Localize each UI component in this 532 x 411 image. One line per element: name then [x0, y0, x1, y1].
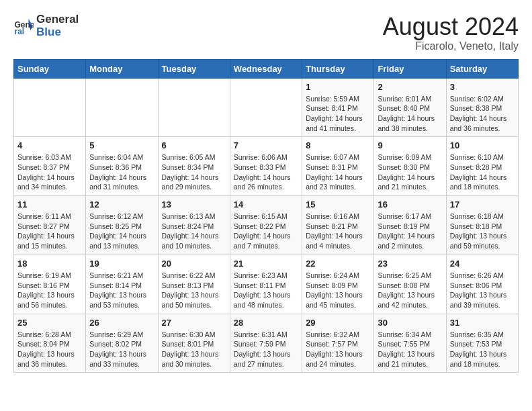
day-number: 7	[234, 140, 298, 150]
day-cell: 24Sunrise: 6:26 AMSunset: 8:06 PMDayligh…	[446, 255, 518, 314]
day-info: Sunrise: 6:19 AMSunset: 8:16 PMDaylight:…	[17, 271, 82, 310]
week-row-2: 4Sunrise: 6:03 AMSunset: 8:37 PMDaylight…	[14, 137, 519, 196]
day-info: Sunrise: 6:29 AMSunset: 8:02 PMDaylight:…	[89, 330, 154, 369]
day-cell: 17Sunrise: 6:18 AMSunset: 8:18 PMDayligh…	[446, 196, 518, 255]
header-tuesday: Tuesday	[158, 59, 230, 78]
day-number: 21	[234, 259, 298, 269]
day-cell: 20Sunrise: 6:22 AMSunset: 8:13 PMDayligh…	[158, 255, 230, 314]
day-info: Sunrise: 6:31 AMSunset: 7:59 PMDaylight:…	[234, 330, 298, 369]
day-cell: 28Sunrise: 6:31 AMSunset: 7:59 PMDayligh…	[230, 314, 302, 373]
day-info: Sunrise: 6:02 AMSunset: 8:38 PMDaylight:…	[450, 94, 515, 134]
day-cell: 10Sunrise: 6:10 AMSunset: 8:28 PMDayligh…	[446, 137, 518, 196]
day-cell: 23Sunrise: 6:25 AMSunset: 8:08 PMDayligh…	[374, 255, 446, 314]
day-cell: 7Sunrise: 6:06 AMSunset: 8:33 PMDaylight…	[230, 137, 302, 196]
day-info: Sunrise: 6:17 AMSunset: 8:19 PMDaylight:…	[378, 212, 442, 251]
calendar-table: SundayMondayTuesdayWednesdayThursdayFrid…	[13, 59, 519, 373]
logo-line1: General	[36, 13, 79, 26]
day-cell: 31Sunrise: 6:35 AMSunset: 7:53 PMDayligh…	[446, 314, 518, 373]
day-number: 29	[306, 318, 370, 328]
day-number: 25	[17, 318, 82, 328]
calendar-title: August 2024	[383, 13, 519, 40]
header-monday: Monday	[86, 59, 158, 78]
day-number: 16	[378, 199, 442, 210]
day-info: Sunrise: 6:15 AMSunset: 8:22 PMDaylight:…	[234, 212, 298, 251]
day-number: 17	[450, 199, 515, 210]
day-cell	[230, 78, 302, 137]
calendar-header-row: SundayMondayTuesdayWednesdayThursdayFrid…	[14, 59, 519, 78]
day-info: Sunrise: 6:07 AMSunset: 8:31 PMDaylight:…	[306, 152, 370, 192]
logo: Gene ral General Blue	[13, 13, 79, 38]
day-info: Sunrise: 6:01 AMSunset: 8:40 PMDaylight:…	[378, 94, 442, 134]
day-cell: 12Sunrise: 6:12 AMSunset: 8:25 PMDayligh…	[86, 196, 158, 255]
header-wednesday: Wednesday	[230, 59, 302, 78]
day-info: Sunrise: 6:24 AMSunset: 8:09 PMDaylight:…	[306, 271, 370, 310]
day-cell	[14, 78, 86, 137]
day-cell: 16Sunrise: 6:17 AMSunset: 8:19 PMDayligh…	[374, 196, 446, 255]
day-info: Sunrise: 6:30 AMSunset: 8:01 PMDaylight:…	[162, 330, 226, 369]
week-row-5: 25Sunrise: 6:28 AMSunset: 8:04 PMDayligh…	[14, 314, 519, 373]
day-number: 2	[378, 82, 442, 92]
logo-icon: Gene ral	[13, 16, 34, 36]
day-info: Sunrise: 6:35 AMSunset: 7:53 PMDaylight:…	[450, 330, 515, 369]
day-cell: 1Sunrise: 5:59 AMSunset: 8:41 PMDaylight…	[302, 78, 374, 137]
day-info: Sunrise: 6:16 AMSunset: 8:21 PMDaylight:…	[306, 212, 370, 251]
day-number: 31	[450, 318, 515, 328]
day-info: Sunrise: 5:59 AMSunset: 8:41 PMDaylight:…	[306, 94, 370, 134]
day-info: Sunrise: 6:18 AMSunset: 8:18 PMDaylight:…	[450, 212, 515, 251]
day-info: Sunrise: 6:10 AMSunset: 8:28 PMDaylight:…	[450, 152, 515, 192]
title-block: August 2024 Ficarolo, Veneto, Italy	[383, 13, 519, 52]
day-info: Sunrise: 6:13 AMSunset: 8:24 PMDaylight:…	[162, 212, 226, 251]
day-cell: 5Sunrise: 6:04 AMSunset: 8:36 PMDaylight…	[86, 137, 158, 196]
day-cell: 9Sunrise: 6:09 AMSunset: 8:30 PMDaylight…	[374, 137, 446, 196]
day-number: 23	[378, 259, 442, 269]
day-cell: 2Sunrise: 6:01 AMSunset: 8:40 PMDaylight…	[374, 78, 446, 137]
header-sunday: Sunday	[14, 59, 86, 78]
day-number: 9	[378, 140, 442, 150]
svg-text:ral: ral	[15, 27, 25, 36]
day-info: Sunrise: 6:28 AMSunset: 8:04 PMDaylight:…	[17, 330, 82, 369]
day-cell: 18Sunrise: 6:19 AMSunset: 8:16 PMDayligh…	[14, 255, 86, 314]
day-number: 12	[89, 199, 154, 210]
header-friday: Friday	[374, 59, 446, 78]
day-cell	[158, 78, 230, 137]
day-cell: 22Sunrise: 6:24 AMSunset: 8:09 PMDayligh…	[302, 255, 374, 314]
header-thursday: Thursday	[302, 59, 374, 78]
day-number: 11	[17, 199, 82, 210]
day-cell: 29Sunrise: 6:32 AMSunset: 7:57 PMDayligh…	[302, 314, 374, 373]
day-number: 1	[306, 82, 370, 92]
day-cell: 27Sunrise: 6:30 AMSunset: 8:01 PMDayligh…	[158, 314, 230, 373]
day-info: Sunrise: 6:04 AMSunset: 8:36 PMDaylight:…	[89, 152, 154, 192]
day-cell: 30Sunrise: 6:34 AMSunset: 7:55 PMDayligh…	[374, 314, 446, 373]
day-number: 5	[89, 140, 154, 150]
week-row-1: 1Sunrise: 5:59 AMSunset: 8:41 PMDaylight…	[14, 78, 519, 137]
day-info: Sunrise: 6:06 AMSunset: 8:33 PMDaylight:…	[234, 152, 298, 192]
header-saturday: Saturday	[446, 59, 518, 78]
logo-line2: Blue	[36, 26, 79, 39]
day-cell: 26Sunrise: 6:29 AMSunset: 8:02 PMDayligh…	[86, 314, 158, 373]
day-cell: 21Sunrise: 6:23 AMSunset: 8:11 PMDayligh…	[230, 255, 302, 314]
calendar-subtitle: Ficarolo, Veneto, Italy	[383, 40, 519, 52]
day-info: Sunrise: 6:11 AMSunset: 8:27 PMDaylight:…	[17, 212, 82, 251]
day-info: Sunrise: 6:25 AMSunset: 8:08 PMDaylight:…	[378, 271, 442, 310]
day-number: 3	[450, 82, 515, 92]
day-number: 8	[306, 140, 370, 150]
day-cell: 14Sunrise: 6:15 AMSunset: 8:22 PMDayligh…	[230, 196, 302, 255]
day-info: Sunrise: 6:09 AMSunset: 8:30 PMDaylight:…	[378, 152, 442, 192]
day-info: Sunrise: 6:23 AMSunset: 8:11 PMDaylight:…	[234, 271, 298, 310]
day-number: 27	[162, 318, 226, 328]
day-number: 18	[17, 259, 82, 269]
week-row-4: 18Sunrise: 6:19 AMSunset: 8:16 PMDayligh…	[14, 255, 519, 314]
page-header: Gene ral General Blue August 2024 Ficaro…	[13, 13, 519, 52]
day-cell: 4Sunrise: 6:03 AMSunset: 8:37 PMDaylight…	[14, 137, 86, 196]
day-cell: 6Sunrise: 6:05 AMSunset: 8:34 PMDaylight…	[158, 137, 230, 196]
day-cell: 11Sunrise: 6:11 AMSunset: 8:27 PMDayligh…	[14, 196, 86, 255]
day-info: Sunrise: 6:22 AMSunset: 8:13 PMDaylight:…	[162, 271, 226, 310]
day-info: Sunrise: 6:21 AMSunset: 8:14 PMDaylight:…	[89, 271, 154, 310]
day-number: 22	[306, 259, 370, 269]
day-number: 14	[234, 199, 298, 210]
day-cell: 13Sunrise: 6:13 AMSunset: 8:24 PMDayligh…	[158, 196, 230, 255]
day-cell: 3Sunrise: 6:02 AMSunset: 8:38 PMDaylight…	[446, 78, 518, 137]
day-number: 20	[162, 259, 226, 269]
day-number: 15	[306, 199, 370, 210]
day-info: Sunrise: 6:12 AMSunset: 8:25 PMDaylight:…	[89, 212, 154, 251]
